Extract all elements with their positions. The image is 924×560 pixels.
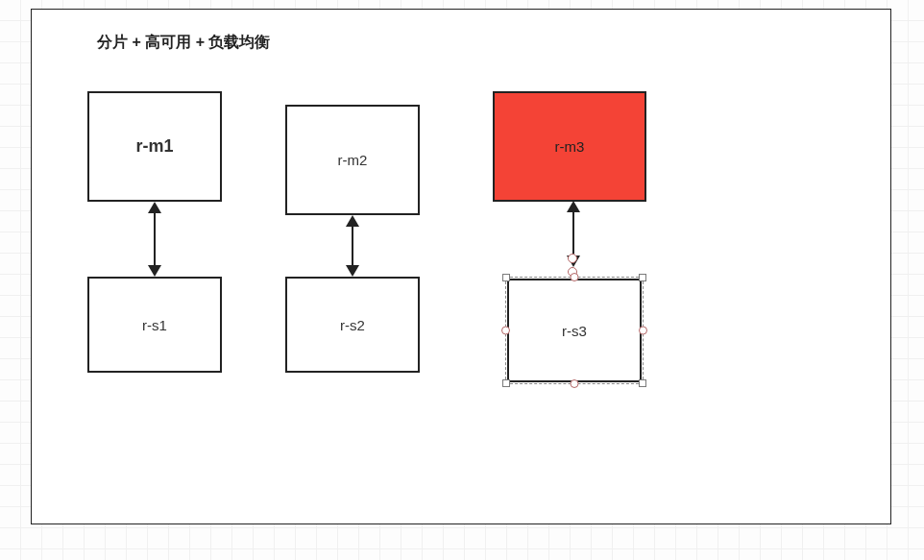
node-label: r-m3	[555, 138, 585, 155]
connector-m3-s3[interactable]	[572, 212, 574, 256]
node-r-m1[interactable]: r-m1	[87, 91, 222, 202]
node-label: r-s2	[340, 317, 365, 333]
node-r-m2[interactable]: r-m2	[285, 105, 420, 215]
connector-endpoint[interactable]	[568, 254, 577, 263]
node-r-s3[interactable]: r-s3	[507, 279, 642, 382]
node-label: r-s3	[562, 323, 587, 339]
node-label: r-m1	[135, 136, 173, 157]
connector-m2-s2[interactable]	[352, 227, 353, 265]
node-r-s2[interactable]: r-s2	[285, 277, 420, 373]
diagram-title: 分片 + 高可用 + 负载均衡	[97, 33, 270, 53]
diagram-canvas[interactable]: 分片 + 高可用 + 负载均衡 r-m1 r-m2 r-m3 r-s1 r-s2…	[31, 9, 891, 524]
connector-m1-s1[interactable]	[154, 213, 156, 265]
node-label: r-s1	[142, 317, 167, 333]
node-r-m3[interactable]: r-m3	[493, 91, 646, 202]
node-label: r-m2	[338, 152, 368, 168]
connector-endpoint[interactable]	[568, 267, 577, 277]
node-r-s1[interactable]: r-s1	[87, 277, 222, 373]
